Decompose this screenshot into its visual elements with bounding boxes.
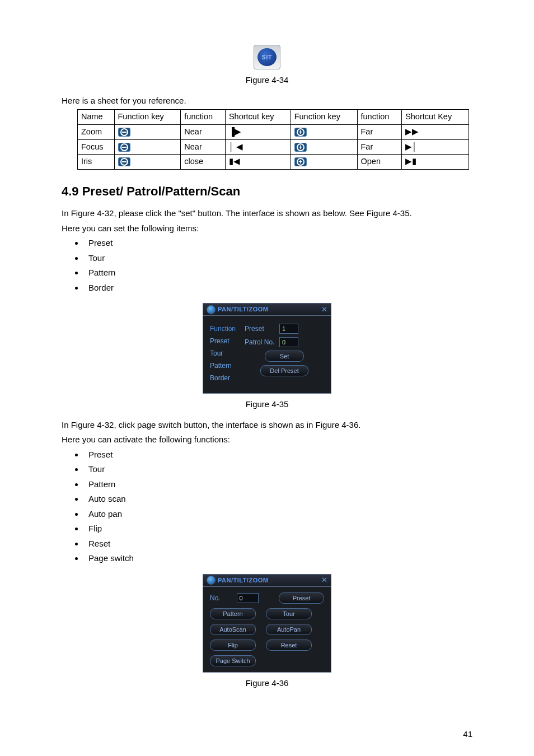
list-item: Reset bbox=[84, 538, 472, 550]
close-icon[interactable]: ✕ bbox=[321, 304, 327, 315]
ptz-dialog-switch: PAN/TILT/ZOOM ✕ No. 0 Preset Pattern Tou… bbox=[203, 574, 331, 673]
cell-fnkey1 bbox=[114, 124, 181, 139]
ptz-logo-icon bbox=[207, 576, 216, 585]
cell-fnkey1 bbox=[114, 155, 181, 170]
patrol-no-label: Patrol No. bbox=[245, 337, 276, 347]
plus-icon bbox=[294, 143, 307, 152]
pattern-button[interactable]: Pattern bbox=[210, 608, 256, 619]
cell-fnkey2 bbox=[291, 124, 357, 139]
th-name: Name bbox=[78, 110, 115, 125]
th-sk2: Shortcut Key bbox=[402, 110, 469, 125]
th-fn1: function bbox=[181, 110, 226, 125]
figure-35-caption: Figure 4-35 bbox=[62, 398, 472, 411]
cell-sk2: ▶▶ bbox=[402, 124, 469, 139]
cell-sk1: ▐▶ bbox=[225, 124, 291, 139]
th-fnkey1: Function key bbox=[114, 110, 181, 125]
no-label: No. bbox=[210, 593, 227, 603]
section-heading: 4.9 Preset/ Patrol/Pattern/Scan bbox=[62, 182, 472, 200]
plus-icon bbox=[294, 128, 307, 137]
ptz-dialog-set: PAN/TILT/ZOOM ✕ Function Preset Tour Pat… bbox=[203, 303, 331, 394]
list-item: Tour bbox=[84, 463, 472, 476]
ptz-logo-icon bbox=[207, 305, 216, 314]
ptz-titlebar: PAN/TILT/ZOOM ✕ bbox=[203, 575, 331, 587]
cell-name: Iris bbox=[78, 155, 115, 170]
list-item: Tour bbox=[84, 252, 472, 265]
ptz-function-list: Function Preset Tour Pattern Border bbox=[210, 324, 236, 383]
minus-icon bbox=[118, 143, 130, 152]
plus-icon bbox=[294, 157, 307, 166]
sit-icon-label: SIT bbox=[257, 48, 277, 66]
table-row: Zoom Near ▐▶ Far ▶▶ bbox=[78, 124, 469, 139]
cell-fnkey2 bbox=[291, 139, 357, 155]
sit-icon: SIT bbox=[254, 45, 280, 69]
minus-icon bbox=[118, 157, 130, 166]
preset-button[interactable]: Preset bbox=[279, 592, 324, 604]
patrol-no-input[interactable]: 0 bbox=[279, 337, 298, 347]
cell-sk2: ▶▮ bbox=[402, 155, 469, 170]
ptz-function-item-preset[interactable]: Preset bbox=[210, 336, 236, 346]
tour-button[interactable]: Tour bbox=[266, 608, 312, 619]
list-item: Preset bbox=[84, 237, 472, 250]
del-preset-button[interactable]: Del Preset bbox=[260, 365, 308, 376]
ptz-function-item-pattern[interactable]: Pattern bbox=[210, 361, 236, 371]
figure-34-caption: Figure 4-34 bbox=[62, 74, 472, 87]
reset-button[interactable]: Reset bbox=[266, 640, 312, 651]
flip-button[interactable]: Flip bbox=[210, 640, 256, 651]
th-fn2: function bbox=[357, 110, 402, 125]
list-item: Page switch bbox=[84, 552, 472, 565]
list-item: Auto scan bbox=[84, 493, 472, 506]
table-row: Iris close ▮◀ Open ▶▮ bbox=[78, 155, 469, 170]
preset-label: Preset bbox=[245, 324, 276, 334]
figure-36-caption: Figure 4-36 bbox=[62, 677, 472, 690]
paragraph-1b: Here you can set the following items: bbox=[62, 222, 472, 235]
preset-input[interactable]: 1 bbox=[279, 324, 298, 334]
autopan-button[interactable]: AutoPan bbox=[266, 624, 312, 635]
ptz-title-text: PAN/TILT/ZOOM bbox=[218, 576, 268, 585]
ptz-function-header: Function bbox=[210, 324, 236, 334]
list-item: Pattern bbox=[84, 267, 472, 279]
bullet-list-1: Preset Tour Pattern Border bbox=[84, 237, 472, 294]
ptz-title-text: PAN/TILT/ZOOM bbox=[218, 305, 268, 314]
list-item: Pattern bbox=[84, 478, 472, 491]
list-item: Preset bbox=[84, 449, 472, 461]
ptz-titlebar: PAN/TILT/ZOOM ✕ bbox=[203, 304, 331, 316]
paragraph-2b: Here you can activate the following func… bbox=[62, 433, 472, 446]
cell-fn1: Near bbox=[181, 124, 226, 139]
cell-fnkey1 bbox=[114, 139, 181, 155]
no-input[interactable]: 0 bbox=[237, 593, 259, 603]
minus-icon bbox=[118, 128, 130, 137]
cell-sk1: │ ◀ bbox=[225, 139, 291, 155]
close-icon[interactable]: ✕ bbox=[321, 575, 327, 586]
bullet-list-2: Preset Tour Pattern Auto scan Auto pan F… bbox=[84, 449, 472, 565]
autoscan-button[interactable]: AutoScan bbox=[210, 624, 256, 635]
cell-fn2: Open bbox=[357, 155, 402, 170]
cell-name: Zoom bbox=[78, 124, 115, 139]
table-row: Focus Near │ ◀ Far ▶│ bbox=[78, 139, 469, 155]
th-sk1: Shortcut key bbox=[225, 110, 291, 125]
paragraph-2a: In Figure 4-32, click page switch button… bbox=[62, 419, 472, 432]
page-switch-button[interactable]: Page Switch bbox=[210, 655, 256, 666]
list-item: Flip bbox=[84, 522, 472, 535]
cell-name: Focus bbox=[78, 139, 115, 155]
page-number: 41 bbox=[463, 728, 472, 741]
paragraph-1a: In Figure 4-32, please click the "set" b… bbox=[62, 207, 472, 220]
cell-fn2: Far bbox=[357, 124, 402, 139]
th-fnkey2: Function key bbox=[291, 110, 357, 125]
table-header-row: Name Function key function Shortcut key … bbox=[78, 110, 469, 125]
set-button[interactable]: Set bbox=[265, 351, 304, 362]
ptz-function-item-tour[interactable]: Tour bbox=[210, 348, 236, 358]
cell-fn1: close bbox=[181, 155, 226, 170]
reference-table: Name Function key function Shortcut key … bbox=[77, 109, 469, 170]
cell-sk2: ▶│ bbox=[402, 139, 469, 155]
reference-intro: Here is a sheet for you reference. bbox=[62, 95, 472, 108]
list-item: Auto pan bbox=[84, 508, 472, 521]
ptz-function-item-border[interactable]: Border bbox=[210, 373, 236, 383]
cell-sk1: ▮◀ bbox=[225, 155, 291, 170]
cell-fn1: Near bbox=[181, 139, 226, 155]
cell-fn2: Far bbox=[357, 139, 402, 155]
list-item: Border bbox=[84, 282, 472, 295]
cell-fnkey2 bbox=[291, 155, 357, 170]
